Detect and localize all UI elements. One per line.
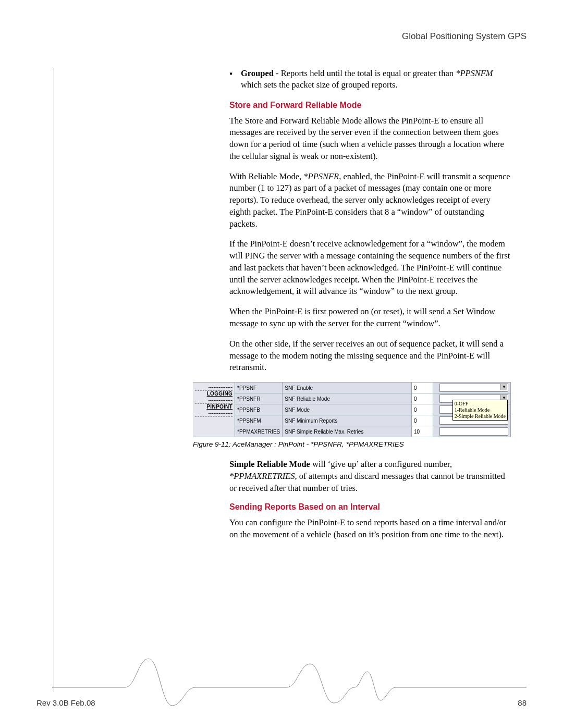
dropdown-icon[interactable] <box>439 384 508 392</box>
cell-desc: SNF Simple Reliable Max. Retries <box>283 426 412 437</box>
sidebar-item-logging[interactable]: LOGGING <box>195 391 232 397</box>
footer: Rev 3.0B Feb.08 88 <box>36 698 527 707</box>
cell-desc: SNF Reliable Mode <box>283 393 412 404</box>
textbox[interactable] <box>439 427 508 436</box>
tooltip-line: 1-Reliable Mode <box>455 407 506 413</box>
cell-val: 0 <box>412 382 433 393</box>
bullet-text-1: - Reports held until the total is equal … <box>274 68 456 78</box>
sending-p1: You can configure the PinPoint-E to send… <box>229 517 511 541</box>
tooltip-line: 0-OFF <box>455 401 506 407</box>
sidebar-item-pinpoint[interactable]: PINPOINT <box>195 404 232 410</box>
cell-val: 10 <box>412 426 433 437</box>
simple-text-1: will ‘give up’ after a configured number… <box>310 459 452 469</box>
sidebar-sep: -------------- <box>195 410 232 417</box>
ppsnfm-cmd: *PPSNFM <box>456 68 493 78</box>
store-p2: With Reliable Mode, *PPSNFR, enabled, th… <box>229 171 511 230</box>
store-p2a: With Reliable Mode, <box>229 171 303 181</box>
cell-input[interactable] <box>433 426 511 437</box>
figure-9-11: -------------- LOGGING -------------- PI… <box>193 382 511 437</box>
store-p5: On the other side, if the server receive… <box>229 338 511 374</box>
cell-name: *PPSNFR <box>235 393 283 404</box>
simple-lead: Simple Reliable Mode <box>229 459 310 469</box>
left-rule <box>54 68 54 692</box>
cell-name: *PPSNF <box>235 382 283 393</box>
heading-store-forward: Store and Forward Reliable Mode <box>229 101 511 110</box>
cell-desc: SNF Enable <box>283 382 412 393</box>
table-row: -------------- LOGGING -------------- PI… <box>193 382 511 393</box>
cell-input[interactable] <box>433 382 511 393</box>
cell-desc: SNF Minimum Reports <box>283 415 412 426</box>
bullet-grouped: Grouped - Reports held until the total i… <box>229 68 511 91</box>
ppmaxretries-cmd: *PPMAXRETRIES <box>229 471 295 481</box>
footer-page-number: 88 <box>518 698 527 707</box>
tooltip-reliable-mode: 0-OFF 1-Reliable Mode 2-Simple Reliable … <box>452 400 508 421</box>
cell-val: 0 <box>412 415 433 426</box>
ppsnfr-cmd: *PPSNFR <box>303 171 339 181</box>
sidebar-sep: -------------- <box>195 397 232 404</box>
figure-caption: Figure 9-11: AceManager : PinPoint - *PP… <box>193 440 511 448</box>
cell-name: *PPMAXRETRIES <box>235 426 283 437</box>
bullet-lead: Grouped <box>241 68 274 78</box>
footer-rev: Rev 3.0B Feb.08 <box>36 698 95 707</box>
page-header: Global Positioning System GPS <box>52 31 527 42</box>
sidebar-sep: -------------- <box>195 384 232 391</box>
bullet-text-2: which sets the packet size of grouped re… <box>241 80 398 90</box>
cell-desc: SNF Mode <box>283 404 412 415</box>
heading-sending-interval: Sending Reports Based on an Interval <box>229 502 511 512</box>
tooltip-line: 2-Simple Reliable Mode <box>455 413 506 419</box>
store-p1: The Store and Forward Reliable Mode allo… <box>229 115 511 163</box>
store-p3: If the PinPoint-E doesn’t receive acknow… <box>229 238 511 298</box>
cell-name: *PPSNFM <box>235 415 283 426</box>
store-p4: When the PinPoint-E is first powered on … <box>229 306 511 330</box>
cell-val: 0 <box>412 393 433 404</box>
cell-val: 0 <box>412 404 433 415</box>
cell-name: *PPSNFB <box>235 404 283 415</box>
table-row: *PPMAXRETRIES SNF Simple Reliable Max. R… <box>193 426 511 437</box>
simple-reliable-para: Simple Reliable Mode will ‘give up’ afte… <box>229 459 511 494</box>
